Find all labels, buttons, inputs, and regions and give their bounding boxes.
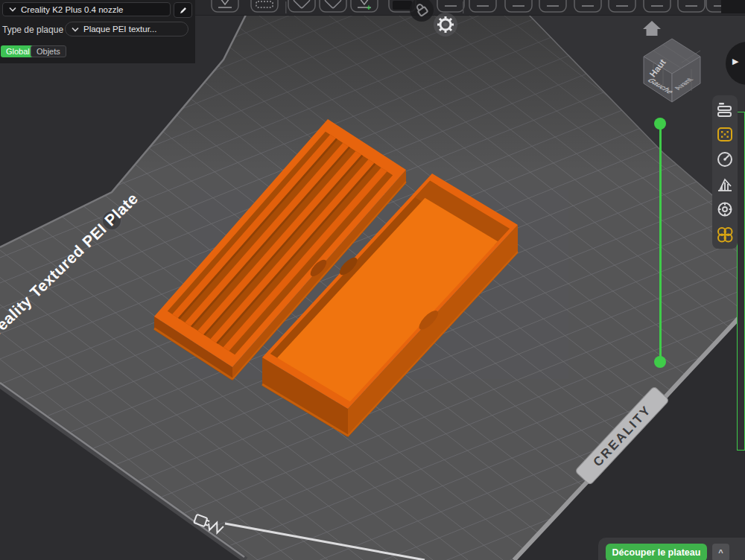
object-list-icon[interactable]	[715, 100, 735, 119]
tab-objets[interactable]: Objets	[31, 45, 66, 57]
printer-selector[interactable]: Creality K2 Plus 0.4 nozzle	[2, 2, 171, 16]
lock-badge[interactable]	[410, 0, 434, 22]
tab-global[interactable]: Global	[1, 45, 35, 57]
printer-selector-value: Creality K2 Plus 0.4 nozzle	[21, 5, 123, 14]
plate-type-value: Plaque PEI textur...	[83, 25, 156, 34]
multi-color-icon[interactable]	[715, 225, 735, 244]
chevron-down-icon	[72, 27, 79, 32]
layer-slider-track[interactable]	[659, 124, 662, 362]
view-settings-button[interactable]	[434, 13, 457, 36]
edit-printer-button[interactable]	[174, 2, 192, 18]
layer-slider-handle-bottom[interactable]	[654, 356, 666, 368]
layer-slider-handle-top[interactable]	[654, 118, 666, 130]
side-flyout-edge[interactable]	[737, 112, 745, 451]
toolbar-corner-notch	[721, 0, 745, 13]
collapse-arrow-icon: ▶	[732, 57, 738, 66]
plate-type-selector[interactable]: Plaque PEI textur...	[65, 22, 188, 36]
nav-cube[interactable]: Haut Gauche Avant	[644, 39, 700, 102]
app-window: Creality Textured PEI Plate CREALITY	[0, 0, 745, 560]
seam-plate-icon[interactable]	[715, 125, 735, 144]
printer-panel: Creality K2 Plus 0.4 nozzle Type de plaq…	[0, 0, 195, 63]
support-icon[interactable]	[715, 175, 735, 194]
slice-action-bar: Découper le plateau ^	[598, 538, 745, 560]
speed-gauge-icon[interactable]	[715, 150, 735, 169]
view-options-toolbar	[712, 95, 738, 249]
slice-plate-button[interactable]: Découper le plateau	[606, 544, 707, 560]
chevron-down-icon	[9, 7, 16, 12]
home-icon	[643, 21, 661, 36]
machine-settings-icon[interactable]	[715, 200, 735, 219]
plate-type-label: Type de plaque	[2, 25, 63, 35]
gear-icon	[437, 16, 454, 33]
pencil-icon	[179, 6, 188, 15]
slice-options-expand-button[interactable]: ^	[712, 544, 729, 560]
home-view-button[interactable]	[643, 21, 661, 36]
